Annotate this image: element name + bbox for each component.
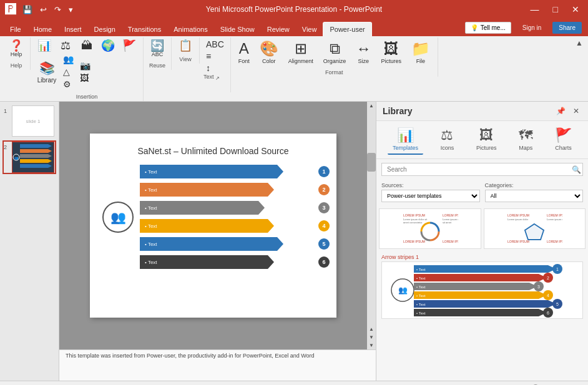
status-left: Slide 2 of 2 ⊞ Turkish: [6, 383, 77, 386]
view-slide-button[interactable]: ▦: [482, 383, 490, 386]
library-close-button[interactable]: ✕: [571, 105, 582, 117]
status-right: Notes Comments ⊞ ≡ ▦ | %33 ⊞: [403, 383, 582, 386]
tab-transitions[interactable]: Transitions: [122, 22, 167, 36]
scroll-down-button[interactable]: ▼: [368, 333, 375, 341]
pictures-button[interactable]: 🖼 Pictures: [377, 39, 405, 66]
powerpoint-logo-icon: 🅿: [5, 3, 16, 16]
alignment-button[interactable]: ⊞ Alignment: [285, 39, 317, 66]
text-btn1[interactable]: ABC: [203, 39, 227, 50]
redo-button[interactable]: ↷: [52, 4, 64, 16]
notes-bar: This template was inserted from Power-us…: [59, 349, 376, 381]
organize-button[interactable]: ⧉ Organize: [320, 39, 350, 66]
lib-item-1[interactable]: LOREM IPSUM Lorem ipsum dolor sit amet c…: [379, 208, 481, 249]
tab-design[interactable]: Design: [88, 22, 122, 36]
lib-tab-icons[interactable]: ⚖ Icons: [436, 125, 459, 155]
map-insert-button[interactable]: 🌍: [98, 39, 118, 52]
slide-canvas[interactable]: SaNet.st – Unlimited Download Source 👥 •…: [90, 134, 336, 318]
format-group-label: Format: [231, 69, 438, 76]
share-button[interactable]: Share: [552, 22, 582, 34]
pictures-tab-icon: 🖼: [479, 127, 493, 144]
categories-label: Categories:: [485, 182, 584, 188]
view-outline-button[interactable]: ≡: [472, 383, 477, 386]
insertion-row1: 📊 ⚖ 🏔 🌍 🚩: [34, 39, 139, 52]
tab-insert[interactable]: Insert: [58, 22, 88, 36]
lib-tab-templates[interactable]: 📊 Templates: [388, 125, 423, 155]
chart-insert-button[interactable]: 📊: [34, 39, 54, 52]
text-group-label: Text: [203, 74, 214, 80]
sources-select[interactable]: Power-user templates: [381, 190, 480, 202]
sign-in-button[interactable]: Sign in: [516, 22, 548, 34]
scroll-up-button[interactable]: ▲: [368, 102, 375, 110]
size-button[interactable]: ↔ Size: [352, 39, 375, 66]
camera-button[interactable]: 📷: [77, 60, 93, 71]
tab-view[interactable]: View: [296, 22, 323, 36]
shape-icon: △: [63, 67, 70, 77]
tell-me-input[interactable]: 💡 Tell me...: [465, 22, 511, 34]
slide-thumb-2[interactable]: 2 👥: [2, 140, 56, 174]
svg-text:👥: 👥: [398, 285, 407, 295]
file-button[interactable]: 📁 File: [408, 39, 434, 66]
view-button[interactable]: 📋: [175, 39, 195, 52]
scroll-up2-button[interactable]: ▲: [368, 325, 375, 333]
lib-tab-maps[interactable]: 🗺 Maps: [514, 125, 537, 155]
pictures-icon: 🖼: [384, 40, 399, 58]
search-button[interactable]: 🔍: [572, 165, 581, 174]
svg-text:LOREM IPSUM: LOREM IPSUM: [507, 240, 529, 243]
search-input[interactable]: [381, 163, 583, 176]
library-button[interactable]: 📚 Library: [34, 60, 59, 84]
image-button[interactable]: 🖼: [77, 72, 93, 84]
library-controls: 📌 ✕: [554, 105, 582, 117]
svg-text:LOREM IPSUM: LOREM IPSUM: [507, 213, 529, 217]
ribbon-collapse-button[interactable]: ▲: [573, 37, 586, 49]
tab-slideshow[interactable]: Slide Show: [214, 22, 261, 36]
settings-button[interactable]: ⚙: [61, 79, 76, 90]
tab-charts-label: Charts: [555, 145, 572, 151]
scroll-track[interactable]: [367, 110, 376, 325]
ribbon-group-format: A Font 🎨 Color ⊞ Alignment ⧉ Organize ↔ …: [231, 37, 438, 77]
categories-select[interactable]: All: [485, 190, 584, 202]
customize-button[interactable]: ▾: [66, 4, 76, 16]
tab-review[interactable]: Review: [261, 22, 296, 36]
text-btn3[interactable]: ↕: [203, 62, 227, 74]
ribbon-group-insertion: 📊 ⚖ 🏔 🌍 🚩 📚 Library 👥 △ ⚙: [31, 37, 144, 101]
tab-home[interactable]: Home: [27, 22, 58, 36]
maximize-button[interactable]: □: [549, 3, 562, 16]
text-btn2[interactable]: ≡: [203, 51, 227, 62]
font-button[interactable]: A Font: [235, 39, 253, 66]
help-button[interactable]: ❓ Help: [6, 39, 26, 59]
icon-insert-button[interactable]: ⚖: [56, 39, 76, 52]
fit-page-button[interactable]: ⊞: [574, 383, 582, 386]
arrow-stripes-preview[interactable]: 👥 1 • Text 2 • Text 3 • Tex: [381, 261, 583, 319]
flag-insert-button[interactable]: 🚩: [119, 39, 139, 52]
scroll-down2-button[interactable]: ▼: [368, 341, 375, 349]
reuse-group-label: Reuse: [144, 62, 171, 69]
tab-file[interactable]: File: [4, 22, 27, 36]
library-pin-button[interactable]: 📌: [554, 105, 568, 117]
text-expand-icon[interactable]: ↗: [215, 76, 220, 81]
scroll-thumb[interactable]: [367, 153, 376, 172]
lib-tab-pictures[interactable]: 🖼 Pictures: [471, 125, 502, 155]
slide-2-preview: 👥: [12, 142, 54, 172]
lib-item-2[interactable]: LOREM IPSUM Lorem ipsum dolor LOREM IPSU…: [484, 208, 586, 249]
view-normal-button[interactable]: ⊞: [459, 383, 467, 386]
ribbon-group-text: ABC ≡ ↕ Text ↗: [200, 37, 231, 92]
slide-thumb-1[interactable]: 1 slide 1: [2, 104, 56, 138]
picture-insert-button[interactable]: 🏔: [77, 39, 97, 52]
reuse-button[interactable]: 🔄 ABC: [147, 39, 167, 59]
minimize-button[interactable]: —: [527, 3, 543, 16]
lib-tab-charts[interactable]: 🚩 Charts: [550, 125, 577, 155]
color-button[interactable]: 🎨 Color: [256, 39, 282, 66]
people-button[interactable]: 👥: [61, 54, 76, 65]
abc2-icon: ≡: [206, 51, 211, 61]
undo-button[interactable]: ↩: [37, 4, 49, 16]
ribbon-end: ▲: [573, 37, 586, 49]
shape-button[interactable]: △: [61, 66, 76, 77]
save-button[interactable]: 💾: [20, 4, 35, 16]
vertical-scrollbar[interactable]: ▲ ▲ ▼ ▼: [367, 102, 376, 349]
fit-slide-button[interactable]: ⊞: [44, 383, 51, 386]
close-button[interactable]: ✕: [568, 3, 583, 16]
tab-power-user[interactable]: Power-user: [323, 22, 371, 36]
pictures-label: Pictures: [381, 58, 401, 64]
library-title: Library: [383, 106, 412, 116]
tab-animations[interactable]: Animations: [167, 22, 213, 36]
